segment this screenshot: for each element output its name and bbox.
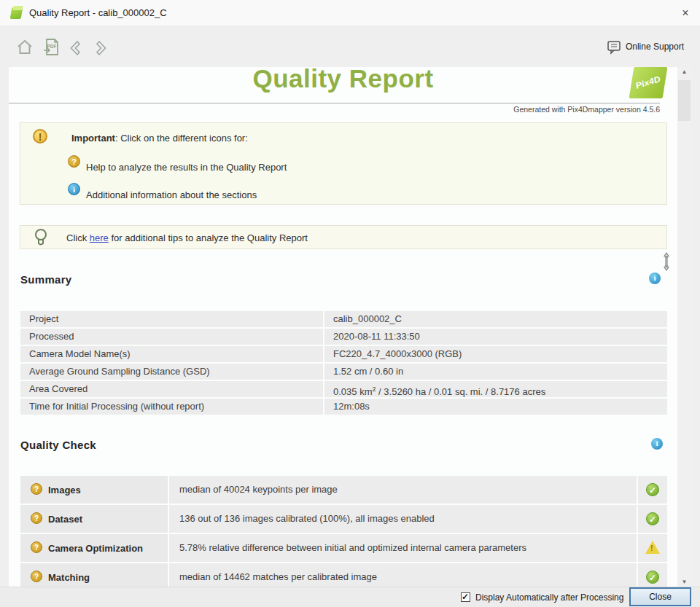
quality-check-info-icon[interactable]: i [651,438,663,450]
close-icon[interactable]: × [675,4,696,23]
scrollbar-up-icon[interactable]: ▲ [677,68,691,75]
report-page: Quality Report Pix4D Generated with Pix4… [9,67,677,587]
help-icon[interactable]: ? [31,541,42,553]
scrollbar-down-icon[interactable]: ▼ [677,579,691,585]
summary-info-icon[interactable]: i [649,273,661,284]
quality-check-heading: Quality Check [20,439,96,451]
tip-text: Click here for additional tips to analyz… [66,232,308,243]
info-icon[interactable]: i [68,183,80,195]
summary-row: Projectcalib_000002_C [20,311,667,327]
report-title: Quality Report [9,67,677,93]
pix4d-logo: Pix4D [629,67,668,98]
summary-row: Processed2020-08-11 11:33:50 [20,329,667,345]
bottom-bar: Display Automatically after Processing C… [0,587,700,607]
quality-row-camera-optimization: ?Camera Optimization 5.78% relative diff… [20,534,667,562]
notice-info-text: Additional information about the section… [86,189,257,200]
summary-row: Average Ground Sampling Distance (GSD)1.… [20,364,667,380]
toolbar: PDF Online Support [0,27,700,66]
display-automatically-label: Display Automatically after Processing [475,592,623,603]
quality-row-images: ?Images median of 40024 keypoints per im… [20,476,667,504]
summary-row: Camera Model Name(s)FC220_4.7_4000x3000 … [20,346,667,362]
status-ok-icon: ✓ [646,571,659,584]
quality-report-window: Quality Report - calib_000002_C × PDF On… [0,0,700,607]
close-button[interactable]: Close [629,587,691,606]
display-automatically-checkbox[interactable] [461,592,470,602]
online-support-button[interactable]: Online Support [626,42,684,52]
home-icon[interactable] [16,39,34,56]
status-ok-icon: ✓ [646,483,659,496]
tip-box: Click here for additional tips to analyz… [20,225,667,249]
notice-title: Important: Click on the different icons … [71,133,248,144]
status-warning-icon [645,541,660,554]
quality-check-table: ?Images median of 40024 keypoints per im… [20,476,667,587]
tip-link[interactable]: here [90,232,109,243]
resize-cursor-icon [662,252,671,271]
back-icon[interactable] [68,39,84,57]
svg-text:PDF: PDF [47,44,57,49]
forward-icon[interactable] [93,39,109,57]
chat-icon [607,40,621,55]
help-icon[interactable]: ? [31,571,42,582]
quality-row-dataset: ?Dataset 136 out of 136 images calibrate… [20,505,667,533]
summary-row: Time for Initial Processing (without rep… [20,399,667,415]
scrollbar-thumb[interactable] [678,80,691,121]
important-notice-box: ! Important: Click on the different icon… [20,122,667,205]
online-support-label: Online Support [626,42,684,52]
generated-version-text: Generated with Pix4Dmapper version 4.5.6 [513,105,660,114]
summary-table: Projectcalib_000002_C Processed2020-08-1… [20,311,667,416]
app-icon [9,6,24,20]
exclamation-icon: ! [33,129,47,144]
scrollbar[interactable]: ▲ ▼ [677,67,691,587]
window-title: Quality Report - calib_000002_C [29,7,167,18]
lightbulb-icon [34,228,48,248]
quality-row-matching: ?Matching median of 14462 matches per ca… [20,563,667,587]
help-icon[interactable]: ? [31,512,42,524]
help-icon[interactable]: ? [31,483,42,495]
status-ok-icon: ✓ [646,512,659,525]
help-icon[interactable]: ? [68,155,80,168]
summary-heading: Summary [20,273,71,286]
notice-help-text: Help to analyze the results in the Quali… [86,162,287,173]
title-bar: Quality Report - calib_000002_C × [0,0,700,26]
title-divider [9,103,660,103]
pdf-export-icon[interactable]: PDF [42,38,61,57]
summary-row: Area Covered0.035 km2 / 3.5260 ha / 0.01… [20,381,667,397]
